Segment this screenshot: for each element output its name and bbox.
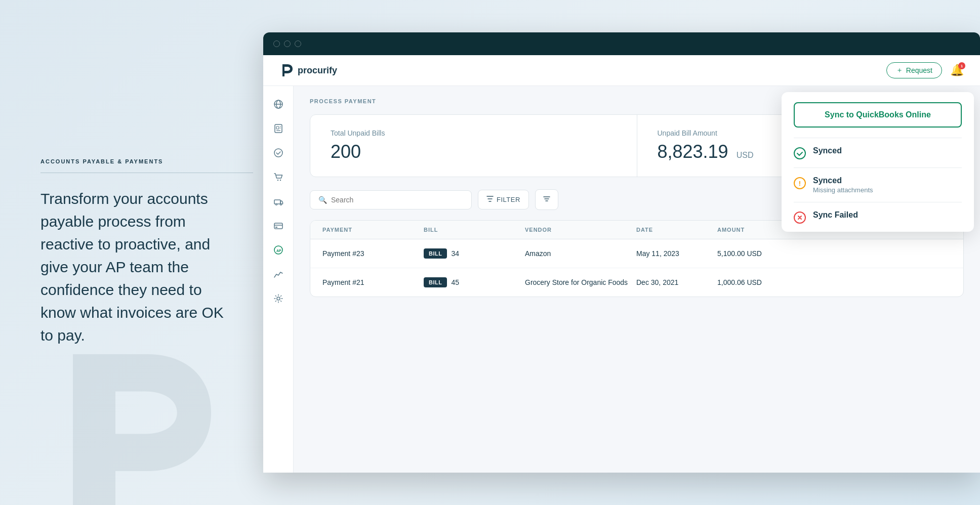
browser-dot-maximize (295, 40, 301, 47)
svg-rect-16 (275, 227, 277, 228)
synced-warning-title: Synced (813, 176, 962, 185)
svg-point-12 (275, 204, 277, 205)
table-row[interactable]: Payment #23 BILL 34 Amazon May 11, 2023 … (310, 239, 963, 268)
svg-text:AP: AP (276, 249, 281, 252)
filter-icon (486, 195, 494, 204)
notification-badge: 1 (958, 62, 965, 69)
failed-title: Sync Failed (813, 211, 962, 220)
sidebar-item-approvals[interactable] (268, 143, 289, 163)
bill-number-2: 45 (451, 278, 459, 286)
cart-icon (273, 172, 283, 182)
hero-text: Transform your accounts payable process … (40, 187, 233, 347)
header-actions: ＋ Request 🔔 1 (886, 62, 964, 78)
request-label: Request (906, 66, 932, 74)
cell-date-1: May 11, 2023 (636, 249, 717, 258)
request-button[interactable]: ＋ Request (886, 62, 942, 78)
dropdown-item-failed[interactable]: Sync Failed (782, 202, 974, 232)
ap-icon: AP (273, 245, 283, 255)
svg-rect-11 (274, 200, 280, 204)
header-bill: BILL (424, 227, 525, 233)
reports-icon (273, 123, 283, 134)
svg-rect-4 (276, 127, 279, 129)
sync-dropdown: Sync to QuickBooks Online Synced (782, 92, 974, 232)
failed-icon (794, 212, 806, 224)
browser-dot-minimize (284, 40, 291, 47)
search-box: 🔍 (310, 190, 472, 209)
globe-icon (273, 99, 283, 109)
x-icon (796, 214, 803, 221)
cell-amount-2: 1,000.06 USD (717, 278, 798, 286)
synced-warning-subtitle: Missing attachments (813, 186, 962, 194)
sidebar-item-credit-card[interactable] (268, 216, 289, 236)
sidebar-item-delivery[interactable] (268, 191, 289, 212)
table-row[interactable]: Payment #21 BILL 45 Grocery Store for Or… (310, 268, 963, 297)
stat-label-bills: Total Unpaid Bills (331, 129, 617, 137)
stat-currency: USD (737, 151, 754, 159)
filter-label: FILTER (497, 196, 520, 203)
svg-rect-14 (274, 223, 282, 229)
header-date: DATE (636, 227, 717, 233)
sidebar-item-globe[interactable] (268, 94, 289, 114)
synced-warning-item-text: Synced Missing attachments (813, 176, 962, 194)
app-header: procurify ＋ Request 🔔 1 (263, 55, 980, 86)
browser-dot-close (273, 40, 280, 47)
svg-point-10 (279, 180, 280, 181)
sidebar-item-ap[interactable]: AP (268, 240, 289, 260)
sidebar: AP (263, 86, 294, 473)
cell-vendor-1: Amazon (525, 249, 636, 258)
sidebar-item-analytics[interactable] (268, 264, 289, 284)
cell-date-2: Dec 30, 2021 (636, 278, 717, 286)
approvals-icon (273, 148, 283, 158)
logo-text: procurify (298, 65, 337, 76)
stat-value-bills: 200 (331, 141, 617, 162)
search-input[interactable] (331, 196, 463, 204)
svg-rect-3 (275, 124, 282, 133)
synced-icon (794, 147, 806, 159)
browser-chrome (263, 32, 980, 55)
sync-qbo-button[interactable]: Sync to QuickBooks Online (794, 102, 962, 128)
filter-button[interactable]: FILTER (478, 190, 529, 209)
category-label: ACCOUNTS PAYABLE & PAYMENTS (40, 158, 233, 164)
bill-tag-1: BILL (424, 248, 447, 259)
synced-title: Synced (813, 146, 962, 155)
browser-window: procurify ＋ Request 🔔 1 (263, 32, 980, 473)
cell-bill-2: BILL 45 (424, 277, 525, 287)
sidebar-item-reports[interactable] (268, 118, 289, 139)
cell-payment-2: Payment #21 (322, 278, 424, 286)
dropdown-header: Sync to QuickBooks Online (782, 92, 974, 138)
header-payment: PAYMENT (322, 227, 424, 233)
bill-number-1: 34 (451, 249, 459, 258)
svg-point-8 (274, 149, 282, 157)
main-content: PROCESS PAYMENT Total Unpaid Bills 200 U… (294, 86, 980, 473)
svg-point-9 (277, 180, 278, 181)
dropdown-item-synced[interactable]: Synced (782, 138, 974, 167)
stat-card-bills: Total Unpaid Bills 200 (310, 115, 637, 177)
credit-card-icon (273, 221, 283, 231)
bill-tag-2: BILL (424, 277, 447, 287)
app-body: AP PROCESS PAYMENT Total Unpai (263, 86, 980, 473)
header-vendor: VENDOR (525, 227, 636, 233)
sort-button[interactable] (535, 189, 558, 210)
sort-icon (543, 195, 551, 203)
synced-item-text: Synced (813, 146, 962, 155)
svg-point-19 (277, 297, 280, 300)
page-wrapper: ACCOUNTS PAYABLE & PAYMENTS Transform yo… (0, 0, 980, 505)
check-icon (796, 150, 803, 157)
notification-button[interactable]: 🔔 1 (950, 64, 964, 77)
sidebar-item-settings[interactable] (268, 288, 289, 309)
cell-amount-1: 5,100.00 USD (717, 249, 798, 258)
dropdown-item-synced-warning[interactable]: ! Synced Missing attachments (782, 168, 974, 202)
cell-vendor-2: Grocery Store for Organic Foods (525, 278, 636, 286)
search-icon: 🔍 (318, 196, 327, 204)
analytics-icon (273, 269, 283, 279)
left-panel: ACCOUNTS PAYABLE & PAYMENTS Transform yo… (0, 128, 263, 377)
divider (40, 173, 253, 173)
svg-point-13 (280, 204, 281, 205)
logo-area: procurify (279, 63, 337, 77)
settings-icon (273, 293, 283, 304)
failed-item-text: Sync Failed (813, 211, 962, 220)
plus-icon: ＋ (896, 66, 903, 75)
procurify-logo-icon (279, 63, 294, 77)
cell-payment-1: Payment #23 (322, 249, 424, 258)
sidebar-item-cart[interactable] (268, 167, 289, 187)
